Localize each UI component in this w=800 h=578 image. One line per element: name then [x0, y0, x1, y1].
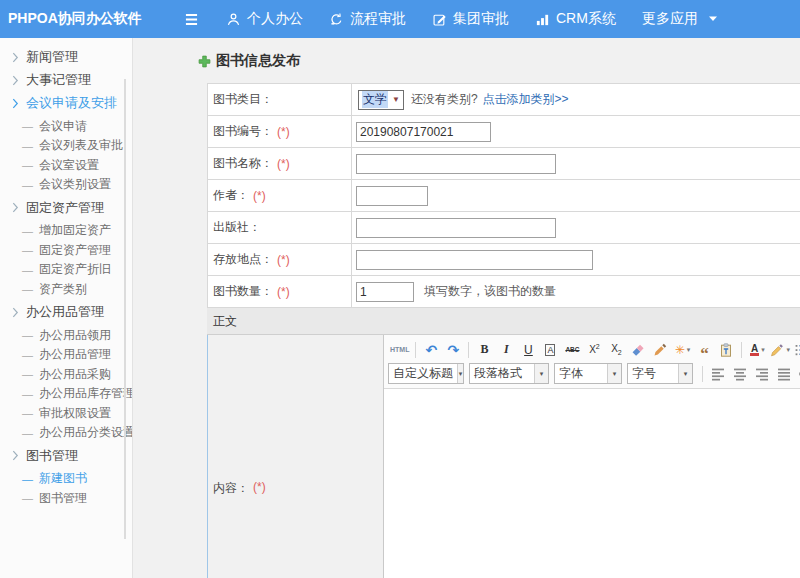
select-label: 字体 [559, 365, 583, 382]
editor-font-color-button[interactable]: A▾ [747, 340, 767, 359]
app-window: PHPOA协同办公软件 个人办公流程审批集团审批CRM系统更多应用 新闻管理大事… [0, 0, 800, 578]
nav-label: 集团审批 [453, 10, 509, 28]
app-logo: PHPOA协同办公软件 [8, 10, 180, 28]
editor-format-painter-button[interactable] [650, 340, 670, 359]
editor-html-source-button[interactable]: HTML [389, 340, 410, 359]
field-label: 图书数量：(*) [208, 276, 352, 307]
sidebar-group-book-management[interactable]: 图书管理 [12, 448, 132, 464]
publisher-input[interactable] [356, 218, 556, 238]
book-quantity-input[interactable] [356, 282, 414, 302]
editor-subscript-button[interactable]: X2 [606, 340, 626, 359]
dash-icon: — [22, 427, 33, 439]
editor-blockquote-button[interactable]: “ [694, 340, 714, 359]
sidebar-item-new-book[interactable]: —新建图书 [22, 471, 132, 487]
sidebar-item-label: 资产类别 [39, 281, 87, 298]
sidebar-group-meeting-management[interactable]: 会议申请及安排 [12, 95, 132, 111]
toolbar-separator [415, 342, 416, 358]
sidebar-group-office-supplies[interactable]: 办公用品管理 [12, 304, 132, 320]
sidebar-item-supplies-management[interactable]: —办公用品管理 [22, 347, 132, 363]
editor-align-right-button[interactable] [752, 364, 772, 383]
editor-toolbar-row1: HTML↶↷BIUAABCX2X2✳▾“A▾▾▾▾ [384, 335, 800, 361]
helper-text: 填写数字，该图书的数量 [424, 283, 556, 300]
sidebar-item-supplies-inventory[interactable]: —办公用品库存管理 [22, 386, 132, 402]
sidebar-item-fixed-asset-management[interactable]: —固定资产管理 [22, 242, 132, 258]
editor-strikethrough-button[interactable]: ABC [562, 340, 582, 359]
page-title: 图书信息发布 [216, 52, 300, 70]
editor-font-family-select[interactable]: 字体▾ [554, 363, 622, 384]
editor-underline-button[interactable]: U [518, 340, 538, 359]
editor-font-border-button[interactable]: A [540, 340, 560, 359]
book-category-add-link[interactable]: 点击添加类别>> [483, 91, 569, 108]
editor-custom-title-select[interactable]: 自定义标题▾ [388, 363, 464, 384]
editor-highlight-color-button[interactable]: ▾ [769, 340, 791, 359]
editor-justify-button[interactable] [774, 364, 794, 383]
storage-location-input[interactable] [356, 250, 593, 270]
nav-crm-system[interactable]: CRM系统 [535, 10, 616, 28]
editor-content-area[interactable] [384, 388, 800, 578]
book-category-select[interactable]: 文学▼ [358, 90, 404, 110]
sidebar-group-fixed-assets[interactable]: 固定资产管理 [12, 200, 132, 216]
editor-undo-button[interactable]: ↶ [421, 340, 441, 359]
sidebar-item-meeting-apply[interactable]: —会议申请 [22, 118, 132, 134]
select-caret-icon: ▾ [607, 364, 621, 383]
sidebar-item-label: 图书管理 [39, 490, 87, 507]
dash-icon: — [22, 225, 33, 237]
editor-paste-text-button[interactable] [716, 340, 736, 359]
editor-align-center-button[interactable] [730, 364, 750, 383]
sidebar-item-meeting-room-settings[interactable]: —会议室设置 [22, 157, 132, 173]
book-number-input[interactable] [356, 122, 491, 142]
form-row-book-category: 图书类目：文学▼还没有类别?点击添加类别>> [208, 84, 800, 116]
editor-align-left-button[interactable] [708, 364, 728, 383]
editor-ordered-list-button[interactable]: ▾ [793, 340, 800, 359]
hamburger-icon [184, 13, 199, 26]
sidebar-item-approval-permission-settings[interactable]: —审批权限设置 [22, 405, 132, 421]
sidebar-group-news-management[interactable]: 新闻管理 [12, 49, 132, 65]
editor-superscript-button[interactable]: X2 [584, 340, 604, 359]
editor-eraser-button[interactable] [628, 340, 648, 359]
nav-workflow-approval[interactable]: 流程审批 [329, 10, 406, 28]
font-color-icon: A [750, 344, 759, 356]
nav-group-approval[interactable]: 集团审批 [432, 10, 509, 28]
blockquote-icon: “ [700, 347, 709, 352]
sidebar-item-meeting-list-approval[interactable]: —会议列表及审批 [22, 138, 132, 154]
editor-font-size-select[interactable]: 字号▾ [627, 363, 693, 384]
sidebar-item-book-management-list[interactable]: —图书管理 [22, 490, 132, 506]
editor-link-button[interactable] [796, 364, 800, 383]
dash-icon: — [22, 120, 33, 132]
sidebar-item-add-fixed-asset[interactable]: —增加固定资产 [22, 223, 132, 239]
editor-redo-button[interactable]: ↷ [443, 340, 463, 359]
sidebar-item-asset-category[interactable]: —资产类别 [22, 281, 132, 297]
editor-bold-button[interactable]: B [474, 340, 494, 359]
nav-personal-office[interactable]: 个人办公 [226, 10, 303, 28]
required-mark: (*) [253, 189, 266, 203]
align-right-icon [755, 367, 769, 381]
editor-italic-button[interactable]: I [496, 340, 516, 359]
field-cell: 文学▼还没有类别?点击添加类别>> [352, 84, 800, 115]
sidebar-scrollbar[interactable] [124, 79, 126, 539]
label-text: 图书数量： [213, 283, 273, 300]
nav-label: 流程审批 [350, 10, 406, 28]
nav-more-apps[interactable]: 更多应用 [642, 10, 718, 28]
sidebar-item-supplies-purchase[interactable]: —办公用品采购 [22, 366, 132, 382]
select-caret-icon: ▾ [457, 364, 463, 383]
eraser-icon [631, 343, 645, 357]
underline-icon: U [524, 343, 533, 357]
sidebar-item-fixed-asset-depreciation[interactable]: —固定资产折旧 [22, 262, 132, 278]
section-header: 正文 [207, 308, 800, 335]
editor-paragraph-format-select[interactable]: 段落格式▾ [469, 363, 549, 384]
dash-icon: — [22, 283, 33, 295]
sidebar-item-meeting-category-settings[interactable]: —会议类别设置 [22, 177, 132, 193]
field-label: 出版社： [208, 212, 352, 243]
editor-auto-typeset-button[interactable]: ✳▾ [672, 340, 692, 359]
sidebar-item-supplies-category-settings[interactable]: —办公用品分类设置 [22, 425, 132, 441]
author-input[interactable] [356, 186, 428, 206]
sidebar-item-label: 办公用品管理 [39, 346, 111, 363]
field-label: 存放地点：(*) [208, 244, 352, 275]
sidebar-group-memorabilia-management[interactable]: 大事记管理 [12, 72, 132, 88]
dash-icon: — [22, 179, 33, 191]
menu-toggle-button[interactable] [180, 8, 202, 30]
sidebar-item-supplies-receive[interactable]: —办公用品领用 [22, 327, 132, 343]
form-row-book-name: 图书名称：(*) [208, 148, 800, 180]
required-mark: (*) [277, 157, 290, 171]
book-name-input[interactable] [356, 154, 556, 174]
